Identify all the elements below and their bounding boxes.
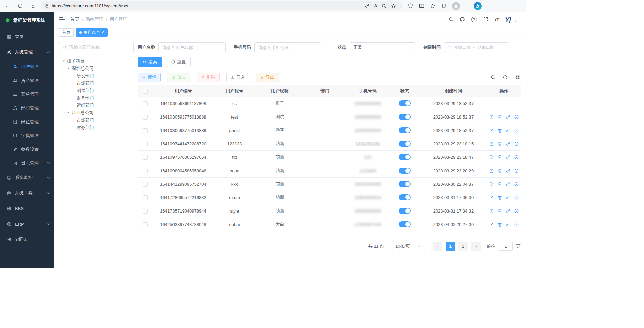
favorites-icon[interactable] (430, 3, 436, 9)
row-delete-icon[interactable] (497, 114, 502, 120)
address-bar[interactable]: https://ccnetcore.com:1101/system/user A (41, 1, 402, 10)
row-assign-role-icon[interactable] (514, 195, 519, 200)
status-toggle[interactable] (399, 221, 411, 227)
row-assign-role-icon[interactable] (514, 208, 519, 214)
home-button[interactable]: ⌂ (29, 2, 37, 10)
sidebar-item-erp[interactable]: ERP (0, 216, 54, 232)
back-button[interactable]: ← (3, 2, 12, 10)
row-checkbox[interactable] (143, 209, 148, 214)
row-reset-password-icon[interactable] (506, 168, 511, 173)
row-checkbox[interactable] (143, 101, 148, 106)
sidebar-item-log-mgmt[interactable]: 日志管理 (0, 156, 54, 170)
row-assign-role-icon[interactable] (514, 182, 519, 187)
prev-page-button[interactable] (433, 242, 442, 251)
sidebar-item-user-mgmt[interactable]: 用户管理 (0, 60, 54, 74)
dept-search-input[interactable] (69, 45, 130, 50)
row-reset-password-icon[interactable] (506, 222, 511, 227)
status-toggle[interactable] (399, 100, 411, 106)
date-range-picker[interactable]: 开始日期 - 结束日期 (444, 42, 508, 52)
row-checkbox[interactable] (143, 182, 148, 187)
page-size-select[interactable]: 10条/页 (392, 242, 425, 251)
row-reset-password-icon[interactable] (506, 114, 511, 120)
caret-down-icon[interactable] (66, 66, 70, 71)
fullscreen-icon[interactable] (483, 17, 488, 22)
sidebar-item-param-settings[interactable]: 参数设置 (0, 142, 54, 156)
collections-icon[interactable] (441, 3, 447, 9)
read-aloud-icon[interactable]: A (372, 2, 379, 10)
row-delete-icon[interactable] (497, 141, 502, 146)
row-reset-password-icon[interactable] (506, 128, 511, 133)
status-toggle[interactable] (399, 154, 411, 160)
browser-profile-avatar[interactable] (452, 2, 460, 10)
row-checkbox[interactable] (143, 142, 148, 146)
add-favorite-icon[interactable] (391, 3, 396, 8)
toggle-search-icon[interactable] (490, 75, 496, 80)
row-reset-password-icon[interactable] (506, 195, 511, 200)
tree-node[interactable]: 测试部门 (59, 87, 134, 94)
reset-button[interactable]: 重置 (166, 57, 191, 67)
column-settings-icon[interactable] (515, 75, 521, 80)
select-all-checkbox[interactable] (143, 89, 148, 94)
tab-home[interactable]: 首页 (59, 28, 74, 37)
sidebar-item-system-tools[interactable]: 系统工具 (0, 185, 54, 201)
next-page-button[interactable] (471, 242, 481, 251)
row-checkbox[interactable] (143, 222, 148, 227)
sidebar-item-system-mgmt[interactable]: 系统管理 (0, 44, 54, 60)
tree-node[interactable]: 财务部门 (59, 124, 134, 131)
app-logo[interactable]: 意框架管理系统 (0, 12, 54, 29)
refresh-table-icon[interactable] (503, 75, 508, 80)
status-toggle[interactable] (399, 114, 411, 120)
sidebar-item-role-mgmt[interactable]: 角色管理 (0, 74, 54, 87)
import-button[interactable]: 导入 (226, 73, 249, 82)
row-delete-icon[interactable] (497, 222, 502, 227)
github-icon[interactable] (460, 17, 465, 22)
status-toggle[interactable] (399, 168, 411, 174)
close-icon[interactable] (101, 31, 104, 34)
row-reset-password-icon[interactable] (506, 208, 511, 214)
sidebar-item-home[interactable]: 首页 (0, 29, 54, 44)
refresh-button[interactable] (17, 3, 23, 9)
edit-button[interactable]: 修改 (167, 73, 190, 82)
tree-node[interactable]: 研发部门 (59, 72, 134, 80)
row-edit-icon[interactable] (489, 155, 494, 160)
status-toggle[interactable] (399, 194, 411, 200)
search-icon[interactable] (448, 17, 454, 22)
caret-down-icon[interactable] (62, 59, 66, 63)
row-checkbox[interactable] (143, 115, 148, 120)
zoom-icon[interactable] (381, 3, 386, 8)
sidebar-item-dict-mgmt[interactable]: 字典管理 (0, 129, 54, 142)
add-button[interactable]: 新增 (138, 73, 161, 82)
username-input[interactable] (158, 42, 226, 52)
tree-node[interactable]: 江西总公司 (59, 109, 134, 116)
row-delete-icon[interactable] (497, 155, 502, 160)
status-toggle[interactable] (399, 127, 411, 133)
status-toggle[interactable] (399, 208, 411, 214)
row-delete-icon[interactable] (497, 128, 502, 133)
sidebar-item-yi-framework[interactable]: Yi框架 (0, 232, 54, 247)
row-edit-icon[interactable] (489, 128, 494, 133)
row-edit-icon[interactable] (489, 182, 494, 187)
row-delete-icon[interactable] (497, 195, 502, 200)
sidebar-item-menu-mgmt[interactable]: 菜单管理 (0, 87, 54, 101)
row-edit-icon[interactable] (489, 195, 494, 200)
search-button[interactable]: 搜索 (138, 57, 162, 67)
delete-button[interactable]: 删除 (197, 73, 220, 82)
row-reset-password-icon[interactable] (506, 141, 511, 146)
row-assign-role-icon[interactable] (514, 222, 519, 227)
row-delete-icon[interactable] (497, 182, 502, 187)
tree-node[interactable]: 运维部门 (59, 102, 134, 109)
chevron-down-icon[interactable] (514, 20, 517, 23)
row-checkbox[interactable] (143, 128, 148, 133)
tree-node[interactable]: 深圳总公司 (59, 65, 134, 72)
bing-icon[interactable]: b (474, 2, 482, 10)
export-button[interactable]: 导出 (256, 73, 279, 82)
row-edit-icon[interactable] (489, 114, 494, 120)
breadcrumb-system[interactable]: 系统管理 (86, 16, 103, 22)
row-checkbox[interactable] (143, 169, 148, 173)
sidebar-item-dept-mgmt[interactable]: 部门管理 (0, 101, 54, 115)
row-edit-icon[interactable] (489, 208, 494, 214)
tree-node[interactable]: 市场部门 (59, 116, 134, 124)
status-toggle[interactable] (399, 181, 411, 187)
row-assign-role-icon[interactable] (514, 114, 519, 120)
tab-user-mgmt[interactable]: 用户管理 (76, 28, 108, 37)
